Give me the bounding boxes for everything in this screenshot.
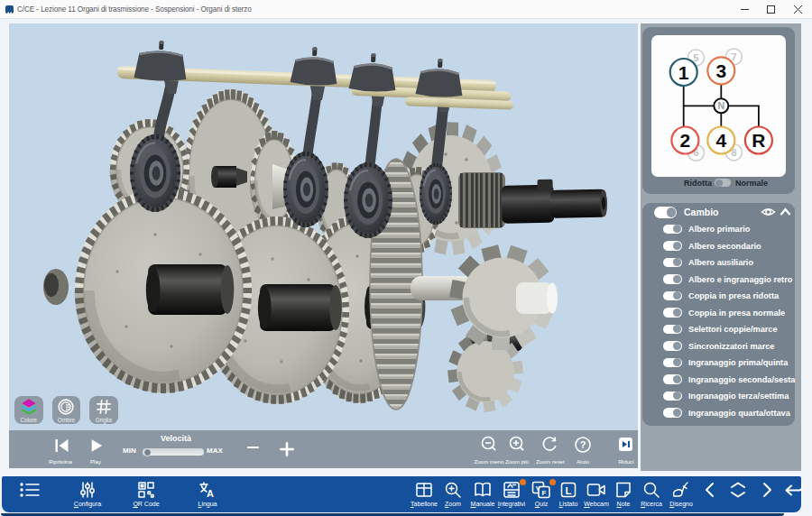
svg-text:5: 5	[693, 52, 699, 63]
svg-text:A: A	[207, 488, 214, 499]
svg-text:?: ?	[580, 439, 586, 450]
svg-text:R: R	[752, 130, 765, 151]
svg-text:F: F	[542, 489, 547, 497]
svg-text:4: 4	[715, 130, 726, 151]
svg-text:N: N	[718, 100, 725, 111]
svg-text:L: L	[565, 485, 571, 496]
svg-text:2: 2	[680, 130, 691, 151]
svg-text:1: 1	[678, 62, 689, 83]
svg-text:3: 3	[715, 60, 726, 81]
svg-text:V: V	[536, 484, 541, 493]
svg-text:7: 7	[731, 51, 736, 62]
